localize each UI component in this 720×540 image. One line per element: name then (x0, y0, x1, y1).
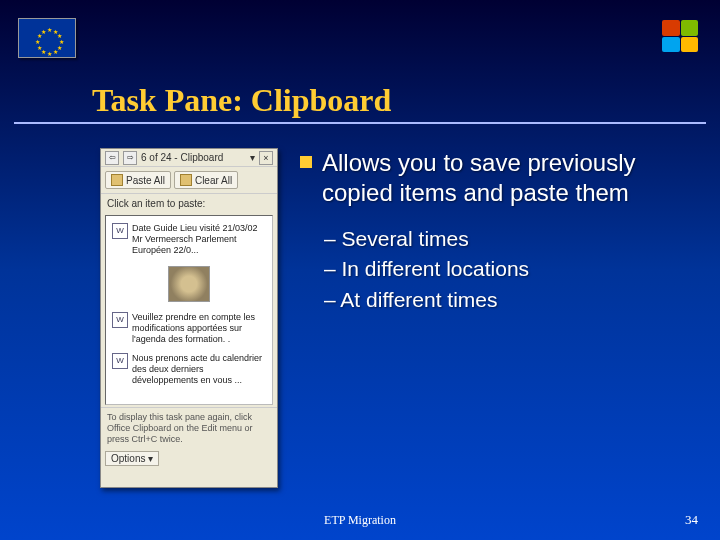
clipboard-item[interactable] (109, 260, 269, 308)
dropdown-icon[interactable]: ▾ (250, 152, 255, 163)
clipboard-clear-icon (180, 174, 192, 186)
taskpane-toolbar: Paste All Clear All (101, 167, 277, 194)
word-doc-icon: W (112, 312, 128, 328)
taskpane-title: 6 of 24 - Clipboard (141, 152, 246, 163)
square-bullet-icon (300, 156, 312, 168)
paste-all-label: Paste All (126, 175, 165, 186)
clipboard-item[interactable]: W Date Guide Lieu visité 21/03/02 Mr Ver… (109, 219, 269, 260)
clipboard-item[interactable]: W Veuillez prendre en compte les modific… (109, 308, 269, 349)
slide-content: Allows you to save previously copied ite… (300, 148, 690, 315)
sub-point: – Several times (324, 224, 690, 254)
word-doc-icon: W (112, 353, 128, 369)
eu-stars: ★ ★ ★ ★ ★ ★ ★ ★ ★ ★ ★ ★ (33, 24, 61, 52)
sub-point: – In different locations (324, 254, 690, 284)
clear-all-button[interactable]: Clear All (174, 171, 238, 189)
sub-bullet-list: – Several times – In different locations… (324, 224, 690, 315)
options-label: Options (111, 453, 145, 464)
windows-logo-icon (662, 20, 698, 52)
item-text: Date Guide Lieu visité 21/03/02 Mr Verme… (132, 223, 266, 256)
eu-flag-icon: ★ ★ ★ ★ ★ ★ ★ ★ ★ ★ ★ ★ (18, 18, 76, 58)
forward-button[interactable]: ⇨ (123, 151, 137, 165)
image-thumbnail-icon (168, 266, 210, 302)
paste-all-button[interactable]: Paste All (105, 171, 171, 189)
close-button[interactable]: × (259, 151, 273, 165)
options-button[interactable]: Options ▾ (105, 451, 159, 466)
title-underline (14, 122, 706, 124)
clipboard-icon (111, 174, 123, 186)
clear-all-label: Clear All (195, 175, 232, 186)
sub-point: – At different times (324, 285, 690, 315)
clipboard-items-list: W Date Guide Lieu visité 21/03/02 Mr Ver… (105, 215, 273, 405)
clipboard-taskpane: ⇦ ⇨ 6 of 24 - Clipboard ▾ × Paste All Cl… (100, 148, 278, 488)
dropdown-icon: ▾ (148, 453, 153, 464)
page-number: 34 (685, 512, 698, 528)
item-text: Nous prenons acte du calendrier des deux… (132, 353, 266, 386)
slide-title: Task Pane: Clipboard (92, 82, 391, 119)
click-hint: Click an item to paste: (101, 194, 277, 213)
taskpane-header: ⇦ ⇨ 6 of 24 - Clipboard ▾ × (101, 149, 277, 167)
main-point-text: Allows you to save previously copied ite… (322, 148, 690, 208)
main-bullet: Allows you to save previously copied ite… (300, 148, 690, 208)
item-text: Veuillez prendre en compte les modificat… (132, 312, 266, 345)
footer-text: ETP Migration (324, 513, 396, 528)
word-doc-icon: W (112, 223, 128, 239)
taskpane-tip: To display this task pane again, click O… (101, 407, 277, 449)
back-button[interactable]: ⇦ (105, 151, 119, 165)
clipboard-item[interactable]: W Nous prenons acte du calendrier des de… (109, 349, 269, 390)
